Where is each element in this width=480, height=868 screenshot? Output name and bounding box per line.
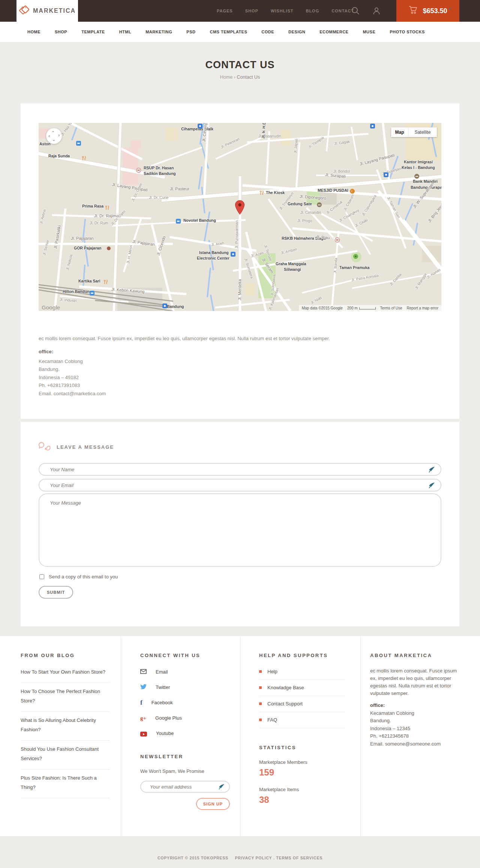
- privacy-policy-link[interactable]: PRIVACY POLICY: [235, 856, 272, 860]
- map-label: Jl. Banda: [333, 258, 338, 273]
- map-water: [198, 166, 203, 190]
- map-label: Istana Bandung: [199, 250, 229, 255]
- email-icon: [140, 669, 147, 675]
- category-nav-item[interactable]: DESIGN: [288, 30, 305, 34]
- search-icon[interactable]: [351, 6, 360, 15]
- category-nav-item[interactable]: MARKETING: [146, 30, 172, 34]
- category-nav-item[interactable]: PHOTO STOCKS: [390, 30, 425, 34]
- help-link[interactable]: FAQ: [259, 717, 345, 728]
- blog-post-link[interactable]: How To Start Your Own Fashion Store?: [21, 663, 110, 683]
- category-nav-item[interactable]: SHOP: [55, 30, 67, 34]
- email-input[interactable]: [39, 479, 441, 492]
- social-link-email[interactable]: Email: [140, 669, 240, 675]
- category-nav-item[interactable]: HTML: [119, 30, 132, 34]
- about-column-title: ABOUT MARKETICA: [370, 653, 464, 658]
- breadcrumb-home[interactable]: Home: [220, 75, 232, 80]
- user-icon[interactable]: [372, 6, 381, 15]
- map-marker-pin: [235, 200, 245, 217]
- footer-office-heading: office:: [370, 702, 464, 710]
- category-nav-item[interactable]: MUSE: [363, 30, 375, 34]
- chevron-down-icon[interactable]: ▾: [448, 6, 451, 12]
- poi-transit-icon: [384, 172, 388, 177]
- stat-label: Marketplace Members: [259, 759, 360, 765]
- social-link-twitter[interactable]: Twitter: [140, 684, 240, 690]
- help-column-title: HELP AND SUPPORTS: [259, 653, 360, 658]
- map-label: Kantor Imigrasi: [404, 160, 433, 164]
- category-nav-item[interactable]: ECOMMERCE: [320, 30, 348, 34]
- send-copy-checkbox[interactable]: [39, 574, 44, 579]
- breadcrumb: Home › Contact Us: [0, 75, 480, 80]
- map-pan-control[interactable]: ‹ ‹ ‹ ‹: [46, 128, 62, 144]
- map-label: Sadikin Bandung: [144, 171, 176, 176]
- message-textarea[interactable]: [39, 493, 441, 567]
- map-water: [207, 267, 211, 297]
- map-road: [266, 131, 270, 184]
- page-title: CONTACT US: [0, 42, 480, 71]
- send-copy-row: Send a copy of this email to you: [39, 574, 118, 580]
- map-label: Jl. Pajajaran: [71, 236, 94, 241]
- footer-help-column: HELP AND SUPPORTS HelpKnowladge BaseCont…: [240, 636, 360, 836]
- social-link-youtube[interactable]: Youtube: [140, 730, 240, 737]
- report-map-error-link[interactable]: Report a map error: [407, 306, 438, 310]
- submit-button[interactable]: SUBMIT: [39, 586, 73, 599]
- office-address-line: Kecamatan Coblong: [39, 357, 106, 366]
- blog-post-link[interactable]: Should You Use Fashion Consultant Servic…: [21, 741, 110, 769]
- pan-left-icon[interactable]: ‹: [48, 133, 50, 139]
- pan-down-icon[interactable]: ‹: [51, 139, 56, 141]
- terms-of-use-link[interactable]: Terms of Use: [380, 306, 402, 310]
- help-link[interactable]: Contact Support: [259, 701, 345, 712]
- map-label: Jl. Brig Jend Ka: [427, 198, 441, 223]
- header: MARKETICA PAGESSHOPWISHLISTBLOGCONTACT $…: [0, 0, 480, 22]
- map-data-credit: Map data ©2015 Google: [302, 306, 343, 310]
- blog-post-link[interactable]: What is So Alluring About Celebrity Fash…: [21, 712, 110, 741]
- blog-post-link[interactable]: Plus Size Fashion: Is There Such a Thing…: [21, 769, 110, 798]
- pan-right-icon[interactable]: ‹: [58, 133, 60, 139]
- poi-bank-icon: [317, 202, 322, 207]
- category-nav-item[interactable]: HOME: [27, 30, 40, 34]
- youtube-icon: [140, 730, 147, 737]
- map-road: [402, 219, 441, 306]
- blog-post-link[interactable]: How To Choose The Perfect Fashion Store?: [21, 683, 110, 712]
- signup-button[interactable]: SIGN UP: [196, 798, 230, 810]
- office-address-line: Ph. +62817391083: [39, 381, 106, 390]
- help-link[interactable]: Knowladge Base: [259, 685, 345, 696]
- terms-of-services-link[interactable]: TERMS OF SERVICES: [276, 856, 322, 860]
- header-nav-item[interactable]: WISHLIST: [271, 9, 294, 13]
- category-nav-item[interactable]: TEMPLATE: [81, 30, 105, 34]
- newsletter-email-input[interactable]: [140, 781, 230, 793]
- name-input[interactable]: [39, 463, 441, 476]
- map-label: Graha Manggala: [276, 261, 306, 266]
- map-label: Jl. Ambon: [280, 247, 297, 255]
- contact-page: MARKETICA PAGESSHOPWISHLISTBLOGCONTACT $…: [0, 0, 480, 868]
- help-label: Contact Support: [267, 701, 303, 707]
- footer-office-line: Ph. +6212345678: [370, 732, 464, 740]
- office-address: office: Kecamatan CoblongBandung.Indones…: [39, 348, 106, 397]
- map-label: Jl. Purnawarman: [235, 220, 239, 248]
- map-label: Jl. Layang Pasupati: [359, 152, 395, 166]
- social-link-facebook[interactable]: fFacebook: [140, 699, 240, 706]
- pan-up-icon[interactable]: ‹: [51, 131, 56, 132]
- bullet-icon: [259, 670, 262, 673]
- map-label: Jl. Citarum: [343, 194, 355, 211]
- bullet-icon: [259, 686, 262, 689]
- header-nav-item[interactable]: SHOP: [245, 9, 258, 13]
- category-nav-item[interactable]: CODE: [261, 30, 274, 34]
- category-nav-item[interactable]: CMS TEMPLATES: [210, 30, 247, 34]
- brand-logo[interactable]: MARKETICA: [16, 0, 78, 22]
- chat-bubbles-icon: [39, 441, 51, 453]
- map-type-map-button[interactable]: Map: [391, 127, 408, 137]
- map-label: Jl. Pasteur: [170, 187, 189, 191]
- newsletter-tagline: We Won't Spam, We Promise: [140, 768, 230, 774]
- map-type-control: Map Satellite: [391, 127, 437, 137]
- map-type-satellite-button[interactable]: Satellite: [408, 127, 437, 137]
- help-link[interactable]: Help: [259, 669, 345, 680]
- map-label: Gedung Sate: [288, 202, 312, 206]
- poi-park-icon: [353, 254, 358, 259]
- google-map[interactable]: ‹ ‹ ‹ ‹ Map Satellite Google Map data ©2…: [39, 123, 441, 311]
- header-nav-item[interactable]: PAGES: [217, 9, 233, 13]
- map-label: Hilton Bandung: [63, 289, 92, 294]
- header-nav-item[interactable]: BLOG: [306, 9, 319, 13]
- map-label: MESJID PUSDAI: [318, 188, 348, 193]
- category-nav-item[interactable]: PSD: [186, 30, 195, 34]
- social-link-google-plus[interactable]: g+Google Plus: [140, 715, 240, 721]
